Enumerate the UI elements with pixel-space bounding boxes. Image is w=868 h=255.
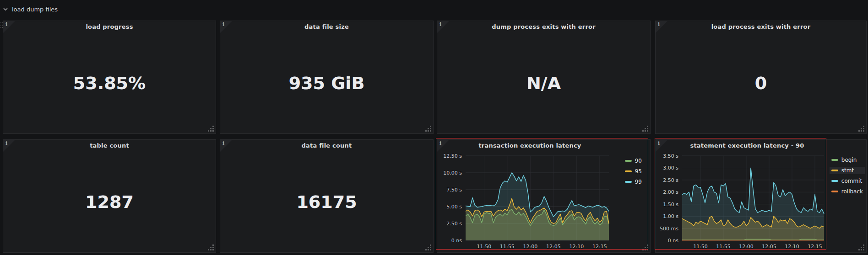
legend-item-commit[interactable]: commit (830, 177, 865, 185)
panel-title[interactable]: statement execution latency - 90 (656, 142, 839, 149)
panel-dump-process-exits-with-error: i dump process exits with error N/A (437, 21, 651, 134)
panel-title[interactable]: data file size (220, 23, 433, 30)
legend-color-icon (625, 181, 632, 183)
stat-value: 1287 (3, 152, 216, 252)
y-tick-label: 5.00 s (446, 204, 462, 210)
stat-value: 0 (656, 33, 866, 133)
panel-title[interactable]: table count (3, 142, 216, 149)
x-tick-label: 12:00 (523, 244, 538, 250)
graph-legend: beginstmtcommitrollback (830, 156, 865, 195)
legend-color-icon (831, 170, 838, 171)
drag-grip-icon[interactable] (0, 22, 1, 23)
legend-color-icon (625, 170, 632, 172)
legend-item-95[interactable]: 95 (623, 168, 644, 175)
legend-label: 95 (635, 168, 642, 175)
panel-load-progress: i load progress 53.85% (3, 21, 216, 134)
x-tick-label: 12:15 (592, 244, 607, 250)
legend-item-begin[interactable]: begin (830, 156, 865, 164)
legend-label: rollback (841, 188, 863, 195)
y-tick-label: 1.00 s (663, 213, 678, 219)
y-tick-label: 7.50 s (446, 187, 462, 193)
legend-label: begin (841, 157, 857, 163)
panel-statement-execution-latency-90: i statement execution latency - 90 11:50… (655, 139, 867, 253)
info-icon[interactable]: i (656, 21, 667, 33)
y-tick-label: 1.50 s (663, 202, 678, 207)
panel-title[interactable]: load progress (3, 23, 216, 30)
legend-item-stmt[interactable]: stmt (830, 167, 865, 174)
resize-handle[interactable] (430, 130, 431, 132)
graph-legend: 909599 (623, 157, 644, 186)
panel-title[interactable]: load process exits with error (656, 23, 866, 30)
legend-label: 99 (635, 179, 642, 185)
info-icon[interactable]: i (656, 140, 667, 152)
panel-data-file-count: i data file count 16175 (220, 139, 434, 253)
resize-handle[interactable] (647, 249, 648, 250)
x-tick-label: 12:05 (762, 244, 776, 250)
stat-value: 53.85% (3, 33, 216, 133)
legend-item-rollback[interactable]: rollback (830, 188, 865, 195)
panel-transaction-execution-latency: i transaction execution latency 11:5011:… (437, 139, 651, 253)
y-tick-label: 0 ns (451, 238, 462, 244)
graph-canvas[interactable]: 11:5011:5512:0012:0512:1012:150 ns2.50 s… (437, 140, 650, 252)
x-tick-label: 12:00 (739, 244, 754, 250)
y-tick-label: 2.00 s (663, 189, 678, 195)
stat-value: 935 GiB (220, 33, 433, 133)
chart-svg: 11:5011:5512:0012:0512:1012:150 ns2.50 s… (437, 140, 650, 252)
grafana-dashboard: load dump files i load progress 53.85% i… (0, 0, 868, 255)
row-header-load-dump-files[interactable]: load dump files (3, 4, 58, 15)
legend-color-icon (831, 159, 838, 161)
info-icon[interactable]: i (220, 140, 232, 152)
resize-handle[interactable] (647, 130, 648, 132)
panel-title[interactable]: data file count (220, 142, 433, 149)
info-icon[interactable]: i (3, 140, 15, 152)
x-tick-label: 12:05 (546, 244, 561, 250)
panel-load-process-exits-with-error: i load process exits with error 0 (655, 21, 867, 134)
resize-handle[interactable] (212, 130, 214, 132)
panel-table-count: i table count 1287 (3, 139, 216, 253)
y-tick-label: 2.50 s (663, 177, 678, 183)
chevron-down-icon (3, 6, 8, 12)
x-tick-label: 11:55 (500, 244, 515, 250)
legend-label: commit (841, 178, 862, 184)
panel-title[interactable]: transaction execution latency (437, 142, 623, 149)
resize-handle[interactable] (863, 130, 864, 132)
y-tick-label: 0 ns (668, 238, 678, 244)
x-tick-label: 11:55 (716, 244, 731, 250)
y-tick-label: 500 ms (660, 226, 678, 232)
x-tick-label: 11:50 (693, 244, 708, 250)
panel-data-file-size: i data file size 935 GiB (220, 21, 434, 134)
resize-handle[interactable] (863, 249, 864, 250)
x-tick-label: 12:15 (808, 244, 822, 250)
info-icon[interactable]: i (3, 21, 15, 33)
legend-color-icon (625, 160, 632, 162)
panel-title[interactable]: dump process exits with error (437, 23, 650, 30)
legend-color-icon (831, 191, 838, 192)
y-tick-label: 2.50 s (446, 221, 462, 227)
y-tick-label: 3.50 s (663, 153, 678, 159)
info-icon[interactable]: i (220, 21, 232, 33)
info-icon[interactable]: i (437, 140, 449, 152)
x-tick-label: 11:50 (477, 244, 492, 250)
y-tick-label: 10.00 s (443, 170, 462, 176)
x-tick-label: 12:10 (569, 244, 584, 250)
y-tick-label: 12.50 s (443, 153, 462, 159)
row-title: load dump files (12, 6, 58, 13)
stat-value: 16175 (220, 152, 433, 252)
legend-label: 90 (635, 158, 642, 164)
legend-label: stmt (841, 167, 854, 174)
legend-color-icon (831, 180, 838, 182)
legend-item-99[interactable]: 99 (623, 178, 644, 186)
legend-item-90[interactable]: 90 (623, 157, 644, 165)
resize-handle[interactable] (430, 249, 431, 250)
stat-value: N/A (437, 33, 650, 133)
x-tick-label: 12:10 (785, 244, 799, 250)
resize-handle[interactable] (212, 249, 214, 250)
info-icon[interactable]: i (437, 21, 449, 33)
y-tick-label: 3.00 s (663, 165, 678, 171)
